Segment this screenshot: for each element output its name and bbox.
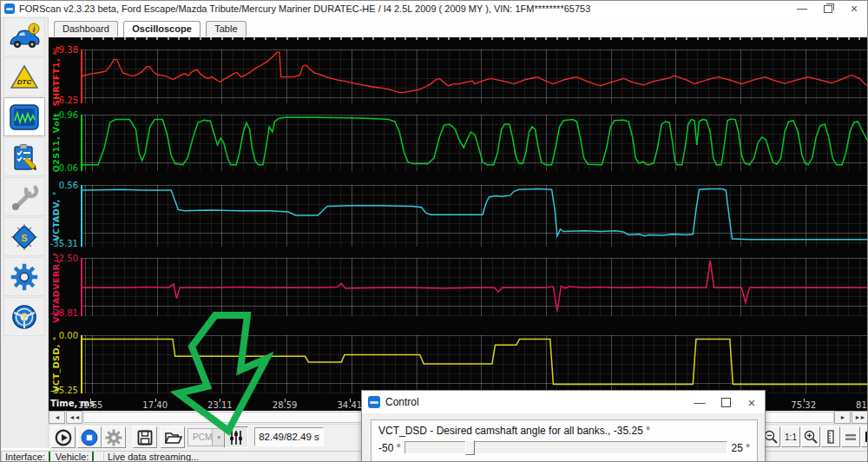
svg-text:S: S [21,232,27,242]
chip-icon: S [10,223,39,251]
sidebar-item-configuration[interactable]: S [3,217,45,256]
zoom-in-icon [803,429,819,445]
zoom-in-button[interactable] [801,426,820,447]
minimize-icon[interactable]: — [789,2,815,16]
checklist-icon [10,143,39,171]
oscilloscope-plot: Time, ms 9.38-6.25SHRTFT1, %0.960.06O2S1… [49,37,868,411]
scope-panel-5 [81,335,867,393]
vehicle-label: Vehicle: [56,452,89,462]
connection-status-pane: Interface: Vehicle: [1,451,103,462]
stop-button[interactable] [77,426,102,448]
window-title: FORScan v2.3.23 beta, Ford Escape/Mazda … [19,3,590,14]
grid-lines-button[interactable] [841,426,860,447]
module-select-value: PCM [193,432,212,442]
title-bar: FORScan v2.3.23 beta, Ford Escape/Mazda … [1,1,867,16]
tab-bar: Dashboard Oscilloscope Table [49,16,867,37]
forscan-window: FORScan v2.3.23 beta, Ford Escape/Mazda … [0,0,868,462]
black-square-icon [864,430,868,444]
zoom-tools: 1:1 [761,426,868,447]
save-icon [136,429,154,446]
sliders-icon [228,429,244,446]
svg-text:?: ? [22,312,28,322]
play-icon [55,429,72,446]
scroll-far-left-icon[interactable]: ◄◄ [66,411,82,424]
time-tick-label: 11.65 [78,400,103,410]
time-display: 82.49/82.49 s [254,427,324,446]
parameter-description: VCT_DSD - Desired camshaft angle for all… [372,420,757,437]
gear-icon [105,429,122,446]
module-select[interactable]: PCM ▼ [187,428,226,446]
interface-label: Interface: [5,452,45,462]
lines-icon [844,430,858,444]
scope-channel-name: VCTADVERR, ° [49,258,62,316]
dialog-minimize-icon[interactable]: — [687,392,713,413]
oscilloscope-icon [10,104,39,130]
vehicle-status-indicator [92,452,94,461]
play-button[interactable] [51,426,76,448]
scope-panel-4 [81,258,867,316]
record-settings-button[interactable] [102,426,126,448]
scroll-left-icon[interactable]: ◄ [49,411,65,424]
scope-panel-1 [81,50,867,103]
background-color-button[interactable] [861,426,868,447]
top-ruler [81,37,867,40]
steering-help-icon: ? [10,303,39,331]
save-button[interactable] [133,426,157,448]
scope-panel-3 [81,185,867,247]
app-icon [368,396,380,408]
settings-gear-icon [10,263,39,291]
dtc-icon: DTC [10,64,39,90]
time-tick-label: 34.41 [337,400,362,410]
app-icon [4,3,15,14]
chevron-down-icon: ▼ [212,429,225,446]
scroll-far-right-icon[interactable]: ►► [852,411,868,424]
zoom-reset-button[interactable]: 1:1 [781,426,800,447]
slider-min-label: -50 ° [378,442,400,454]
ruler-icon [823,429,838,445]
time-tick-label: 17.40 [142,400,168,410]
control-parameter-group: VCT_DSD - Desired camshaft angle for all… [371,419,758,462]
sidebar-item-help[interactable]: ? [3,297,45,336]
measure-button[interactable] [821,426,840,447]
control-dialog-title: Control [385,396,419,408]
control-dialog: Control — × VCT_DSD - Desired camshaft a… [361,390,766,462]
tab-oscilloscope[interactable]: Oscilloscope [123,21,200,38]
sidebar-item-oscilloscope[interactable] [3,97,45,136]
status-message: Live data streaming... [108,452,199,462]
scope-channel-name: VCTADV, ° [49,185,62,247]
scope-channel-name: O2S11, Volt [49,115,62,171]
control-dialog-title-bar[interactable]: Control — × [362,391,765,413]
time-tick-label: 81.07 [856,400,868,410]
stop-icon [81,429,98,446]
zoom-ratio-label: 1:1 [785,432,797,442]
folder-icon [163,429,182,446]
time-tick-label: 23.11 [207,400,233,410]
slider-thumb[interactable] [465,440,475,455]
time-tick-label: 28.59 [273,400,298,410]
interface-status-indicator [49,452,50,461]
vct-dsd-slider[interactable] [404,441,727,454]
close-icon[interactable]: × [841,2,867,16]
svg-text:DTC: DTC [17,78,32,86]
sidebar-item-settings[interactable] [3,257,45,296]
sidebar-item-tests[interactable] [3,137,45,176]
dialog-maximize-icon[interactable] [713,392,739,413]
tab-dashboard[interactable]: Dashboard [54,21,118,36]
open-button[interactable] [161,426,185,448]
sidebar-item-service[interactable] [3,177,45,216]
car-info-icon: i [8,23,41,52]
sidebar-item-dtc[interactable]: DTC [3,57,45,96]
restore-icon[interactable] [815,2,841,16]
scope-channel-name: VCT_DSD, ° [49,335,62,393]
time-tick-label: 75.32 [791,400,816,410]
control-panel-button[interactable] [224,426,248,448]
scroll-right-icon[interactable]: ► [834,411,851,424]
scope-panel-2 [81,115,867,171]
wrench-icon [10,183,39,211]
sidebar: i DTC [1,16,49,448]
sidebar-item-vehicle-info[interactable]: i [3,17,45,56]
dialog-close-icon[interactable]: × [739,392,765,413]
slider-max-label: 25 ° [732,442,750,454]
scope-channel-name: SHRTFT1, % [49,50,62,103]
tab-table[interactable]: Table [206,21,246,36]
